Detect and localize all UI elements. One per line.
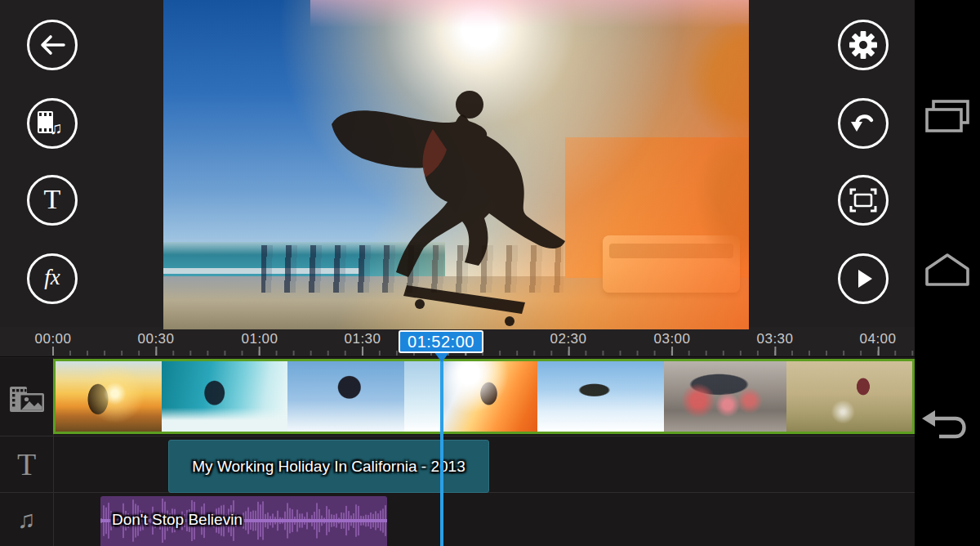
video-clip-skydiver[interactable] bbox=[537, 361, 664, 432]
undo-arrow-icon bbox=[849, 110, 877, 137]
settings-button[interactable] bbox=[838, 20, 889, 70]
system-nav-bar bbox=[915, 0, 980, 546]
text-icon: T bbox=[44, 186, 61, 213]
video-photo-track-icon bbox=[9, 383, 45, 417]
skateboarder-silhouette bbox=[163, 0, 749, 329]
timeline-tracks: T ♫ My Working Holiday In California - 2… bbox=[0, 358, 915, 546]
effects-button[interactable]: fx bbox=[27, 253, 78, 304]
back-button[interactable] bbox=[27, 20, 78, 70]
text-track-icon: T bbox=[17, 446, 36, 482]
fullscreen-fit-icon bbox=[849, 187, 878, 213]
fit-screen-button[interactable] bbox=[838, 175, 889, 226]
audio-clip-label: Don't Stop Believin bbox=[112, 511, 243, 529]
audio-clip[interactable]: Don't Stop Believin bbox=[100, 496, 387, 546]
ruler-label: 01:00 bbox=[241, 331, 278, 347]
play-icon bbox=[851, 266, 875, 291]
ruler-label: 04:00 bbox=[859, 331, 896, 347]
video-editor-screen: ♫ T fx bbox=[0, 0, 980, 546]
playhead-time-badge[interactable]: 01:52:00 bbox=[399, 330, 483, 353]
music-track-icon: ♫ bbox=[17, 506, 36, 534]
fx-icon: fx bbox=[44, 266, 60, 289]
ruler-tick-marks bbox=[52, 347, 915, 356]
ruler-label: 03:00 bbox=[653, 331, 690, 347]
ruler-label: 00:30 bbox=[137, 331, 174, 347]
video-clip-clear-sky[interactable] bbox=[404, 361, 441, 432]
video-clip-traffic-bokeh[interactable] bbox=[664, 361, 786, 432]
video-clip-girl-on-bicycle[interactable] bbox=[786, 361, 912, 432]
video-preview[interactable] bbox=[163, 0, 749, 329]
gear-icon bbox=[849, 30, 878, 60]
ruler-label: 03:30 bbox=[756, 331, 793, 347]
ruler-label: 02:30 bbox=[550, 331, 586, 347]
video-clip-bmx-jump[interactable] bbox=[287, 361, 403, 432]
play-button[interactable] bbox=[838, 253, 889, 304]
titles-button[interactable]: T bbox=[27, 175, 78, 226]
ruler-label: 00:00 bbox=[34, 331, 71, 347]
playhead[interactable] bbox=[440, 350, 443, 546]
media-library-button[interactable]: ♫ bbox=[27, 98, 78, 149]
return-arrow-icon[interactable] bbox=[921, 407, 973, 446]
track-row-divider bbox=[0, 436, 915, 436]
video-track-clip-strip[interactable] bbox=[53, 359, 915, 434]
title-clip-label: My Working Holiday In California - 2013 bbox=[192, 458, 465, 476]
undo-button[interactable] bbox=[838, 98, 889, 149]
film-strip-icon bbox=[38, 111, 53, 133]
video-clip-surfer-on-wave[interactable] bbox=[162, 361, 287, 432]
ruler-label: 01:30 bbox=[344, 331, 381, 347]
text-track-header[interactable]: T bbox=[0, 440, 53, 489]
editor-app-area: ♫ T fx bbox=[0, 0, 915, 546]
video-clip-skateboarder-flare[interactable] bbox=[440, 361, 537, 432]
video-track-header[interactable] bbox=[0, 369, 53, 430]
home-icon[interactable] bbox=[924, 252, 970, 288]
audio-track-header[interactable]: ♫ bbox=[0, 495, 53, 544]
video-clip-fisherman-at-sunset[interactable] bbox=[56, 361, 162, 432]
recent-apps-icon[interactable] bbox=[924, 98, 970, 141]
back-arrow-icon bbox=[38, 32, 66, 58]
